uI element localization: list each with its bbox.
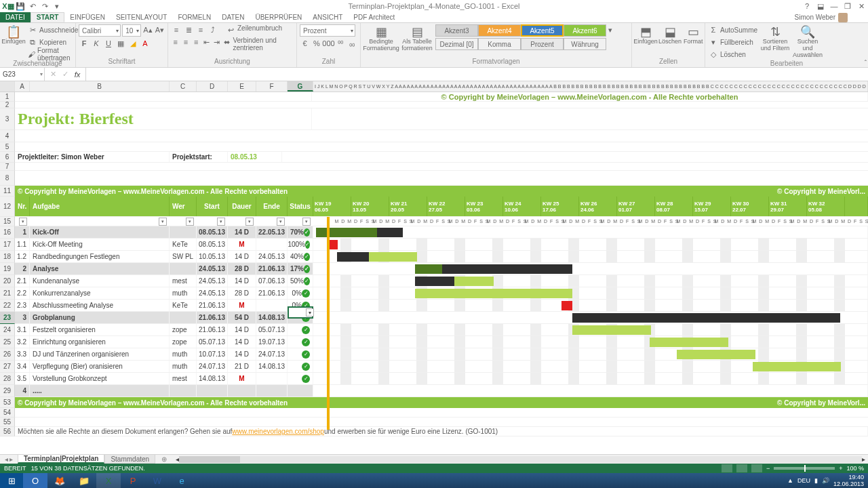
copy-icon[interactable]: ⧉ [27,37,38,47]
tray-vol[interactable]: 🔊 [822,477,829,484]
dec-inc-icon[interactable]: ⁰⁰ [336,38,346,49]
align-right-icon[interactable]: ≡ [191,37,200,47]
table-format-button[interactable]: ▤Als Tabelle formatieren [401,24,433,50]
table-row[interactable]: 3.4Verpflegung (Bier) oranisierenmuth24.… [15,361,868,373]
cell-dropdown[interactable]: ▾ [306,308,314,317]
col-C[interactable]: C [170,81,197,92]
tab-review[interactable]: ÜBERPRÜFEN [250,12,307,22]
table-row[interactable]: 3.1Festzelt organisierenzope21.06.1314 D… [15,324,868,336]
view-pagebreak[interactable] [751,464,762,472]
delete-cells-button[interactable]: ⬓Löschen [659,24,681,50]
fill-color-button[interactable]: ◢ [127,38,138,49]
percent-icon[interactable]: % [311,38,321,49]
collapse-ribbon-icon[interactable]: ˆ [865,60,867,67]
tray-net[interactable]: ▮ [814,477,818,484]
name-box[interactable]: G23 [0,68,45,81]
minimize-icon[interactable]: — [827,1,841,12]
col-B[interactable]: B [30,81,170,92]
h-scrollbar[interactable]: ◂▸ [173,455,868,464]
clear-icon[interactable]: ◇ [708,49,719,60]
zoom-value[interactable]: 100 % [846,465,864,472]
maximize-icon[interactable]: ❐ [841,1,854,12]
underline-button[interactable]: U [103,38,114,49]
table-row[interactable]: 2.2Konkurrenzanalysemuth24.05.1328 D21.0… [15,287,868,300]
num-prozent[interactable]: Prozent [521,38,564,50]
formula-input[interactable] [86,68,868,81]
qat-undo[interactable]: ↶ [27,1,38,12]
table-row[interactable]: 1Kick-Off08.05.1314 D22.05.1370% ✓ [15,226,868,239]
filter-wer[interactable]: ▾ [186,218,194,226]
col-E[interactable]: E [228,81,256,92]
col-G[interactable]: G [288,81,313,92]
font-size[interactable]: 10 [122,24,141,37]
tb-ie[interactable]: e [170,473,194,488]
align-mid-icon[interactable]: ≣ [183,24,194,35]
new-sheet[interactable]: ⊕ [155,455,173,464]
align-center-icon[interactable]: ≡ [181,37,190,47]
zoom-in[interactable]: + [839,465,842,472]
font-name[interactable]: Calibri [79,24,121,37]
thousands-icon[interactable]: 000 [323,38,334,49]
align-bot-icon[interactable]: ≡ [195,24,206,35]
tab-pdf[interactable]: PDF Architect [348,12,400,22]
fx-icon[interactable]: fx [72,69,83,80]
zoom-slider[interactable] [774,467,835,470]
tab-data[interactable]: DATEN [216,12,250,22]
accent3[interactable]: Akzent3 [435,24,478,37]
tray-clock[interactable]: 19:4012.06.2013 [833,474,864,487]
num-waehrung[interactable]: Währung [564,38,606,50]
tray-flag[interactable]: ▲ [787,477,793,484]
qat-save[interactable]: 💾 [15,1,26,12]
table-row[interactable]: 1.1Kick-Off MeetingKeTe08.05.13M100% ✓ [15,239,868,251]
styles-more-icon[interactable]: ▾ [606,24,614,35]
cond-format-button[interactable]: ▦Bedingte Formatierung [363,24,399,50]
table-row[interactable]: 3Grobplanung21.06.1354 D14.08.13 ✓ [15,312,868,324]
insert-cells-button[interactable]: ⬒Einfügen [635,24,656,50]
zoom-out[interactable]: − [766,465,770,472]
qat-redo[interactable]: ↷ [39,1,50,12]
format-painter-icon[interactable]: 🖌 [27,49,36,60]
num-komma[interactable]: Komma [478,38,521,50]
close-icon[interactable]: ✕ [854,1,868,12]
col-D[interactable]: D [197,81,228,92]
tb-explorer[interactable]: 📁 [72,473,96,488]
view-normal[interactable] [722,464,732,472]
tb-firefox[interactable]: 🦊 [47,473,72,488]
filter-nr[interactable]: ▾ [19,218,27,226]
table-row[interactable]: 2Analyse24.05.1328 D21.06.1317% ✓ [15,263,868,275]
table-row[interactable]: 2.1Kundenanalysemest24.05.1314 D07.06.13… [15,275,868,287]
tb-excel[interactable]: X [96,473,121,488]
user-account[interactable]: Simon Weber [795,12,848,22]
table-row[interactable]: 4..... [15,385,868,397]
accent4[interactable]: Akzent4 [478,24,521,37]
bold-button[interactable]: F [79,38,90,49]
fill-icon[interactable]: ▾ [708,37,719,47]
shrink-font-icon[interactable]: A▾ [155,24,165,35]
font-color-button[interactable]: A [140,38,151,49]
paste-button[interactable]: 📋Einfügen [3,24,24,50]
view-pagelayout[interactable] [736,464,747,472]
tb-powerpoint[interactable]: P [121,473,145,488]
ribbon-toggle-icon[interactable]: ⬓ [814,1,827,12]
format-cells-button[interactable]: ▭Format [684,24,703,50]
italic-button[interactable]: K [91,38,102,49]
help-icon[interactable]: ? [800,1,814,12]
grow-font-icon[interactable]: A▴ [142,24,153,35]
align-top-icon[interactable]: ≡ [171,24,182,35]
table-row[interactable]: 1.2Randbedingungen FestlegenSW PL10.05.1… [15,251,868,263]
tray-lang[interactable]: DEU [797,477,810,484]
sheet-tab-1[interactable]: Terminplan|Projektplan [18,455,104,464]
worksheet-grid[interactable]: A B C D E F G I J K L M N O P Q R S T U … [0,81,868,454]
tab-nav[interactable]: ◂ ▸ [0,455,18,464]
table-row[interactable]: 2.3Abschlussmeeting AnalyseKeTe21.06.13M… [15,300,868,312]
tab-start[interactable]: START [31,12,65,22]
tab-formulas[interactable]: FORMELN [172,12,216,22]
narrow-cols[interactable]: I J K L M N O P Q R S T U V W X Y Z A A … [313,81,868,92]
tb-word[interactable]: W [145,473,170,488]
orientation-icon[interactable]: ⤴ [208,24,218,35]
col-A[interactable]: A [15,81,30,92]
qat-more[interactable]: ▾ [52,1,62,12]
border-button[interactable]: ▦ [115,38,126,49]
wrap-icon[interactable]: ↩ [225,24,236,35]
tab-insert[interactable]: EINFÜGEN [64,12,111,22]
